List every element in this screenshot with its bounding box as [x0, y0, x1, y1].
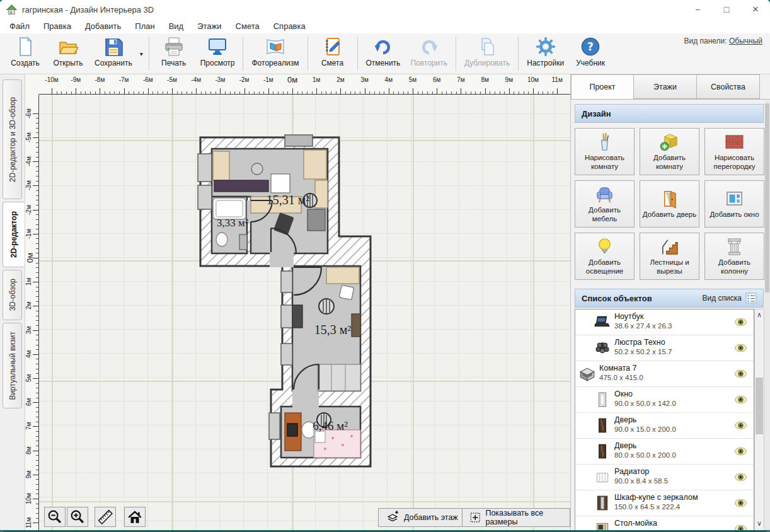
menu-План[interactable]: План — [128, 20, 161, 32]
toolbar-button-undo[interactable]: Отменить — [361, 33, 406, 74]
toolbar-button-help[interactable]: ?Учебник — [569, 33, 612, 74]
hruler-label: -2м — [235, 76, 254, 83]
hruler-minor-tick — [500, 91, 500, 94]
vruler-minor-tick — [36, 407, 38, 408]
design-button-brick-wall[interactable]: Нарисовать перегородку — [704, 128, 764, 175]
hruler-minor-tick — [278, 91, 279, 94]
ruler-tool-icon — [97, 509, 113, 525]
design-button-door[interactable]: Добавить дверь — [640, 180, 699, 228]
toolbar-button-label: Создать — [11, 59, 40, 67]
vruler-minor-tick — [36, 190, 38, 191]
design-button-label: Лестницы и вырезы — [640, 258, 699, 275]
minimize-button[interactable]: − — [683, 0, 712, 19]
list-item-name: Комната 7 — [599, 364, 636, 373]
eye-icon[interactable] — [734, 499, 747, 507]
toolbar-button-open-folder[interactable]: Открыть — [47, 33, 89, 74]
hruler-label: -6м — [139, 76, 158, 83]
view-tab-3[interactable]: 3D-обзор — [3, 270, 22, 320]
zoom-in-button[interactable] — [67, 507, 88, 527]
list-item[interactable]: Радиатор90.0 x 8.4 x 58.5 — [575, 465, 754, 490]
hruler-minor-tick — [230, 91, 231, 94]
design-button-column[interactable]: Добавить колонну — [704, 233, 764, 280]
toolbar-button-estimate[interactable]: Смета — [311, 33, 354, 74]
vruler-minor-tick — [36, 417, 38, 417]
menu-Справка[interactable]: Справка — [267, 20, 313, 32]
hruler-minor-tick — [297, 91, 298, 94]
save-dropdown-button[interactable]: ▾ — [137, 33, 146, 74]
menu-Файл[interactable]: Файл — [3, 20, 37, 32]
vruler-minor-tick — [36, 465, 38, 466]
toolbar-separator — [357, 37, 358, 71]
vruler-tick — [33, 258, 38, 258]
list-item[interactable]: Дверь80.0 x 50.0 x 200.0 — [575, 439, 754, 465]
list-item[interactable]: Комната 7475.0 x 415.0 — [575, 361, 754, 387]
vruler-minor-tick — [36, 431, 38, 432]
toolbar-button-photoreal[interactable]: Фотореализм — [246, 33, 304, 74]
design-button-pencil-cup[interactable]: Нарисовать комнату — [575, 128, 635, 175]
toolbar-button-new-doc[interactable]: Создать — [4, 33, 47, 74]
eye-icon[interactable] — [734, 395, 747, 404]
menu-Вид[interactable]: Вид — [162, 20, 191, 32]
vruler-tick — [33, 499, 38, 499]
vruler-minor-tick — [36, 446, 38, 446]
scroll-down-icon[interactable]: ∨ — [755, 519, 764, 528]
hruler-tick — [76, 88, 76, 94]
menu-Правка[interactable]: Правка — [37, 20, 78, 32]
view-tab-4[interactable]: Виртуальный визит — [3, 323, 22, 408]
scroll-up-icon[interactable]: ∧ — [755, 311, 764, 319]
object-list-scrollbar[interactable]: ∧ ∨ — [754, 309, 764, 532]
toolbar-button-label: Просмотр — [200, 59, 235, 67]
eye-icon[interactable] — [734, 344, 747, 352]
home-view-button[interactable] — [124, 507, 146, 527]
menu-Этажи[interactable]: Этажи — [190, 20, 228, 32]
tab-Свойства[interactable]: Свойства — [697, 74, 760, 99]
close-button[interactable]: × — [741, 0, 770, 19]
add-floor-button[interactable]: Добавить этаж — [378, 508, 466, 527]
view-tab-2[interactable]: 2D-редактор — [3, 202, 25, 267]
hruler-minor-tick — [360, 91, 360, 94]
toolbar-button-print[interactable]: Печать — [152, 33, 195, 74]
show-all-sizes-button[interactable]: Показывать все размеры — [462, 508, 570, 527]
panel-view-link[interactable]: Обычный — [729, 37, 762, 45]
list-item[interactable]: Дверь90.0 x 15.0 x 200.0 — [575, 413, 754, 439]
tab-Проект[interactable]: Проект — [571, 74, 634, 99]
menu-Добавить[interactable]: Добавить — [78, 20, 128, 32]
eye-icon[interactable] — [734, 421, 747, 430]
hruler-minor-tick — [553, 91, 553, 94]
design-button-armchair[interactable]: Добавить мебель — [575, 180, 635, 228]
toolbar-button-settings[interactable]: Настройки — [522, 33, 569, 74]
list-item[interactable]: Шкаф-купе с зеркалом150.0 x 64.5 x 222.4 — [575, 490, 754, 516]
measure-button[interactable] — [95, 507, 116, 527]
plan-canvas[interactable]: 15,31 м² 3,33 м² 15,3 м² 6,46 м² Добавит… — [39, 95, 570, 532]
toolbar-button-save[interactable]: Сохранить — [89, 33, 137, 74]
maximize-button[interactable]: □ — [712, 0, 741, 19]
menu-Смета[interactable]: Смета — [229, 20, 267, 32]
eye-icon[interactable] — [734, 318, 747, 327]
design-button-window[interactable]: Добавить окно — [704, 180, 764, 228]
list-item[interactable]: Люстра Техно50.2 x 50.2 x 15.7 — [575, 335, 754, 361]
design-button-add-room[interactable]: Добавить комнату — [640, 128, 699, 175]
toolbar-button-monitor[interactable]: Просмотр — [195, 33, 240, 74]
panel-scrollbar[interactable] — [764, 101, 770, 532]
eye-icon[interactable] — [734, 369, 747, 378]
design-button-bulb[interactable]: Добавить освещение — [575, 233, 635, 280]
list-item[interactable]: Окно90.0 x 50.0 x 142.0 — [575, 387, 754, 413]
show-sizes-icon — [469, 511, 481, 524]
floor-plan[interactable]: 15,31 м² 3,33 м² 15,3 м² 6,46 м² — [39, 95, 570, 532]
design-title: Дизайн — [582, 109, 611, 119]
list-item[interactable]: Ноутбук38.6 x 27.4 x 26.3 — [575, 309, 754, 335]
tab-Этажи[interactable]: Этажи — [634, 74, 697, 99]
list-item-dimensions: 475.0 x 415.0 — [599, 374, 643, 381]
view-list-control[interactable]: Вид списка — [703, 292, 757, 304]
eye-icon[interactable] — [734, 447, 747, 456]
scrollbar-thumb[interactable] — [756, 378, 763, 434]
eye-icon[interactable] — [734, 473, 747, 482]
hruler-minor-tick — [345, 91, 346, 94]
view-tab-1[interactable]: 2D-редактор и 3D-обзор — [3, 79, 22, 199]
object-list-title: Список объектов — [582, 294, 652, 303]
panel-scrollbar-thumb[interactable] — [765, 103, 769, 292]
design-button-stairs[interactable]: Лестницы и вырезы — [640, 233, 699, 280]
zoom-out-button[interactable] — [44, 507, 66, 527]
vruler-minor-tick — [36, 441, 38, 441]
vruler-minor-tick — [36, 238, 38, 239]
